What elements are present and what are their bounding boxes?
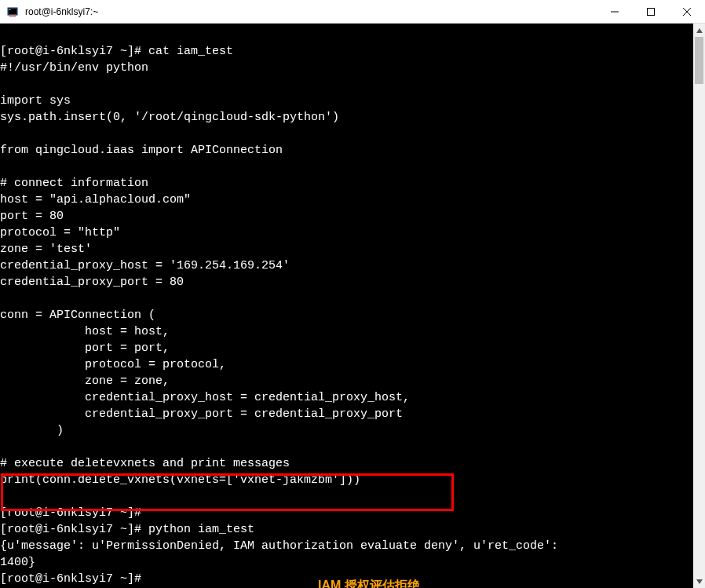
svg-rect-5	[648, 8, 655, 15]
window-controls	[597, 0, 705, 24]
terminal-line: # execute deletevxnets and print message…	[0, 455, 693, 472]
terminal-line: #!/usr/bin/env python	[0, 60, 693, 76]
terminal-line	[0, 76, 693, 93]
terminal-line	[0, 27, 693, 43]
window-title: root@i-6nklsyi7:~	[25, 6, 98, 17]
scroll-down-button[interactable]	[693, 575, 705, 588]
scroll-thumb[interactable]	[695, 37, 703, 84]
terminal-line: credential_proxy_port = 80	[0, 274, 693, 290]
svg-rect-2	[9, 15, 16, 16]
terminal-line: credential_proxy_host = '169.254.169.254…	[0, 257, 693, 274]
svg-marker-8	[696, 28, 703, 33]
scroll-up-button[interactable]	[693, 24, 705, 37]
terminal-line	[0, 290, 693, 307]
close-button[interactable]	[669, 0, 705, 24]
terminal-line: port = port,	[0, 340, 693, 356]
vertical-scrollbar[interactable]	[693, 24, 705, 588]
terminal-line: port = 80	[0, 208, 693, 225]
terminal-line: [root@i-6nklsyi7 ~]#	[0, 505, 693, 521]
terminal-line: host = host,	[0, 323, 693, 340]
terminal-line: protocol = protocol,	[0, 356, 693, 373]
putty-icon	[3, 5, 22, 18]
terminal-line: # connect information	[0, 175, 693, 192]
terminal-content[interactable]: [root@i-6nklsyi7 ~]# cat iam_test#!/usr/…	[0, 24, 693, 588]
terminal-line: protocol = "http"	[0, 225, 693, 241]
terminal-line	[0, 159, 693, 175]
terminal-line: [root@i-6nklsyi7 ~]# python iam_test	[0, 521, 693, 538]
terminal-line: from qingcloud.iaas import APIConnection	[0, 142, 693, 159]
terminal-line: credential_proxy_host = credential_proxy…	[0, 389, 693, 406]
maximize-button[interactable]	[633, 0, 669, 24]
terminal-line	[0, 126, 693, 142]
terminal-line: )	[0, 422, 693, 439]
terminal-line: 1400}	[0, 554, 693, 571]
annotation-text: IAM 授权评估拒绝	[318, 578, 420, 588]
svg-marker-9	[696, 579, 703, 584]
terminal-line: zone = zone,	[0, 373, 693, 389]
terminal-line: conn = APIConnection (	[0, 307, 693, 323]
minimize-button[interactable]	[597, 0, 633, 24]
terminal-line: [root@i-6nklsyi7 ~]# cat iam_test	[0, 43, 693, 60]
svg-rect-3	[9, 9, 11, 10]
terminal-line: credential_proxy_port = credential_proxy…	[0, 406, 693, 422]
window-titlebar: root@i-6nklsyi7:~	[0, 0, 705, 24]
terminal-line: import sys	[0, 93, 693, 109]
terminal-line: host = "api.alphacloud.com"	[0, 192, 693, 208]
terminal-line: zone = 'test'	[0, 241, 693, 257]
terminal-line: {u'message': u'PermissionDenied, IAM aut…	[0, 538, 693, 554]
terminal-line	[0, 439, 693, 455]
terminal-line	[0, 488, 693, 505]
terminal-line: sys.path.insert(0, '/root/qingcloud-sdk-…	[0, 109, 693, 126]
terminal-line: print(conn.delete_vxnets(vxnets=['vxnet-…	[0, 472, 693, 488]
terminal-area: [root@i-6nklsyi7 ~]# cat iam_test#!/usr/…	[0, 24, 705, 588]
